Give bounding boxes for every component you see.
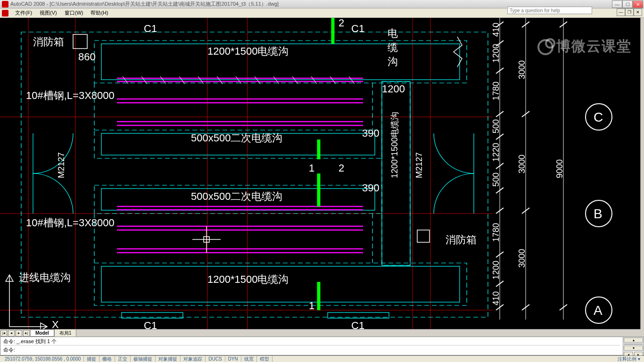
svg-text:9000: 9000	[555, 159, 564, 178]
command-history: 命令: _.erase 找到 1 个	[3, 338, 620, 345]
maximize-button[interactable]: ☐	[622, 0, 633, 8]
svg-text:1780: 1780	[491, 82, 501, 100]
svg-text:消防箱: 消防箱	[446, 234, 477, 246]
menu-help[interactable]: 帮助(H)	[87, 8, 112, 17]
doc-close-button[interactable]: ✕	[634, 8, 642, 16]
svg-text:电: 电	[388, 27, 398, 39]
drawing-canvas[interactable]: 博微云课堂	[0, 18, 640, 329]
svg-text:500: 500	[491, 119, 501, 133]
svg-text:C1: C1	[144, 320, 157, 329]
svg-text:3000: 3000	[517, 155, 527, 173]
svg-text:410: 410	[491, 23, 501, 37]
svg-text:410: 410	[491, 291, 501, 305]
tab-nav-first[interactable]: |◂	[0, 330, 7, 337]
app-icon	[2, 1, 8, 8]
svg-text:500x500二次电缆沟: 500x500二次电缆沟	[191, 132, 282, 144]
layout-tabs: |◂ ◂ ▸ ▸| Model 布局1	[0, 329, 640, 337]
svg-text:1220: 1220	[491, 143, 501, 162]
svg-text:缆: 缆	[388, 41, 398, 53]
status-osnap[interactable]: 对象捕捉	[156, 356, 181, 362]
svg-text:1200: 1200	[491, 261, 501, 280]
command-scroll: ▴ ▾ ◂ ▸	[623, 337, 644, 355]
cmd-scroll-down[interactable]: ▾	[624, 346, 643, 351]
svg-text:消防箱: 消防箱	[33, 36, 64, 48]
svg-text:C1: C1	[144, 23, 157, 34]
svg-text:沟: 沟	[388, 56, 398, 67]
status-polar[interactable]: 极轴捕捉	[131, 356, 156, 362]
svg-text:1: 1	[309, 300, 314, 312]
status-snap[interactable]: 捕捉	[84, 356, 99, 362]
vertical-scrollbar[interactable]	[640, 18, 644, 329]
svg-text:390: 390	[362, 127, 380, 139]
command-area: 命令: _.erase 找到 1 个 命令: ▴ ▾ ◂ ▸	[0, 337, 644, 355]
svg-rect-43	[417, 230, 429, 242]
svg-text:500x500二次电缆沟: 500x500二次电缆沟	[191, 190, 282, 202]
svg-text:3000: 3000	[517, 249, 527, 268]
svg-text:2: 2	[339, 162, 344, 174]
svg-text:C1: C1	[351, 320, 364, 329]
close-button[interactable]: ✕	[633, 0, 643, 8]
doc-icon	[2, 10, 8, 16]
cmd-scroll-track[interactable]	[624, 344, 643, 345]
svg-text:1200: 1200	[382, 83, 405, 95]
menu-window[interactable]: 窗口(W)	[61, 8, 87, 17]
svg-text:390: 390	[362, 182, 380, 194]
window-title: AutoCAD 2008 - [C:\Users\Administrator\D…	[10, 0, 279, 8]
document-controls: — ❐ ✕	[617, 8, 642, 16]
status-grid[interactable]: 栅格	[99, 356, 115, 362]
svg-text:进线电缆沟: 进线电缆沟	[19, 272, 71, 283]
tab-nav-prev[interactable]: ◂	[8, 330, 15, 337]
svg-text:C: C	[594, 110, 603, 124]
svg-text:1200*1500电缆沟: 1200*1500电缆沟	[390, 112, 399, 178]
doc-minimize-button[interactable]: —	[617, 8, 625, 16]
status-ducs[interactable]: DUCS	[206, 356, 225, 362]
svg-text:1200*1500电缆沟: 1200*1500电缆沟	[207, 273, 289, 285]
svg-text:500: 500	[491, 173, 501, 187]
status-coords: 251072.0759, 150188.0556 , 0.0000	[2, 356, 84, 362]
cmd-scroll-up[interactable]: ▴	[624, 337, 643, 343]
menu-file[interactable]: 文件(F)	[11, 8, 36, 17]
svg-text:860: 860	[78, 51, 96, 63]
svg-text:1: 1	[309, 162, 314, 174]
svg-text:X: X	[52, 319, 59, 329]
menu-view[interactable]: 视图(V)	[36, 8, 61, 17]
svg-text:1200*1500电缆沟: 1200*1500电缆沟	[207, 45, 289, 57]
tab-nav-last[interactable]: ▸|	[23, 330, 30, 337]
tab-nav-next[interactable]: ▸	[16, 330, 22, 337]
cad-drawing: 消防箱 消防箱 C1 C1 C1 C1 1200*1500电缆沟 1200*15…	[0, 18, 640, 329]
command-input[interactable]	[15, 347, 620, 353]
status-annoscale[interactable]: 注释比例 ▾	[618, 356, 642, 362]
svg-text:3000: 3000	[517, 60, 527, 79]
tab-model[interactable]: Model	[30, 329, 54, 337]
svg-text:10#槽钢,L=3X8000: 10#槽钢,L=3X8000	[26, 217, 115, 229]
status-lwt[interactable]: 线宽	[241, 356, 257, 362]
svg-text:A: A	[594, 303, 603, 318]
svg-text:C1: C1	[351, 23, 364, 34]
svg-text:2: 2	[339, 18, 344, 29]
window-controls: — ☐ ✕	[612, 0, 643, 8]
doc-restore-button[interactable]: ❐	[625, 8, 634, 16]
svg-text:M2127: M2127	[57, 152, 66, 178]
svg-text:1200: 1200	[491, 44, 501, 63]
status-bar: 251072.0759, 150188.0556 , 0.0000 捕捉 栅格 …	[0, 355, 644, 362]
status-model[interactable]: 模型	[257, 356, 272, 362]
svg-text:B: B	[594, 206, 603, 221]
minimize-button[interactable]: —	[612, 0, 622, 8]
svg-text:10#槽钢,L=3X8000: 10#槽钢,L=3X8000	[26, 90, 115, 101]
status-ortho[interactable]: 正交	[115, 356, 131, 362]
status-dyn[interactable]: DYN	[225, 356, 241, 362]
svg-text:M2127: M2127	[414, 152, 424, 178]
status-otrack[interactable]: 对象追踪	[181, 356, 206, 362]
help-search-input[interactable]	[507, 7, 592, 14]
command-prompt-label: 命令:	[3, 346, 15, 354]
tab-layout1[interactable]: 布局1	[54, 329, 77, 337]
svg-text:1780: 1780	[491, 223, 501, 242]
